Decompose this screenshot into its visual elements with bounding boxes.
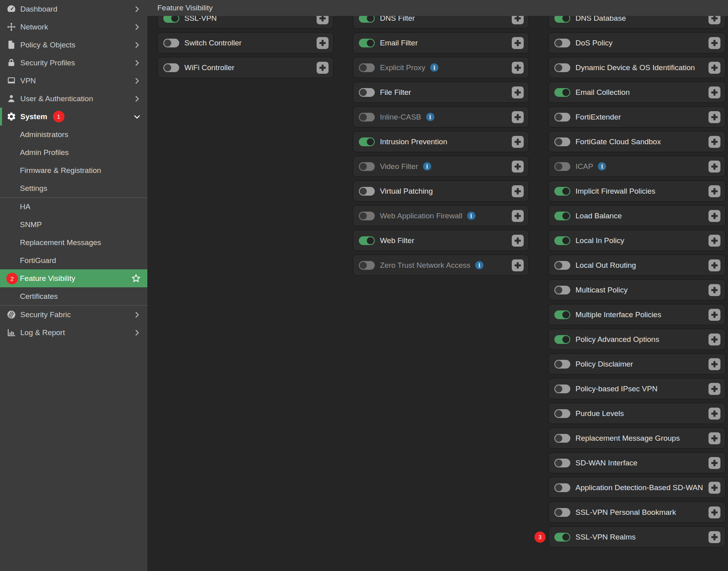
chevron-right-icon — [133, 23, 141, 31]
add-button-web-filter[interactable] — [512, 235, 524, 247]
add-button-policy-disclaimer[interactable] — [708, 358, 720, 370]
toggle-email-collection[interactable] — [554, 88, 570, 97]
sidebar-item-ha[interactable]: HA — [0, 198, 147, 216]
toggle-purdue-levels[interactable] — [554, 409, 570, 418]
sidebar-item-network[interactable]: Network — [0, 18, 147, 36]
toggle-ssl-vpn-personal-bookmark[interactable] — [554, 508, 570, 517]
add-button-dynamic-device-os-identification[interactable] — [708, 62, 720, 74]
add-button-email-collection[interactable] — [708, 86, 720, 98]
add-button-local-in-policy[interactable] — [708, 235, 720, 247]
toggle-dynamic-device-os-identification[interactable] — [554, 63, 570, 72]
feature-card-fortigate-cloud-sandbox: FortiGate Cloud Sandbox — [548, 131, 726, 152]
toggle-local-in-policy[interactable] — [554, 236, 570, 245]
add-button-multiple-interface-policies[interactable] — [708, 309, 720, 321]
sidebar-item-vpn[interactable]: VPN — [0, 72, 147, 90]
toggle-explicit-proxy[interactable] — [359, 63, 375, 72]
toggle-multicast-policy[interactable] — [554, 286, 570, 294]
toggle-policy-disclaimer[interactable] — [554, 360, 570, 369]
toggle-video-filter[interactable] — [359, 162, 375, 171]
sidebar-item-security-fabric[interactable]: Security Fabric — [0, 306, 147, 324]
add-button-dns-filter[interactable] — [512, 16, 524, 24]
add-button-intrusion-prevention[interactable] — [512, 136, 524, 148]
add-button-ssl-vpn-realms[interactable] — [708, 531, 720, 543]
toggle-implicit-firewall-policies[interactable] — [554, 187, 570, 196]
chevron-right-icon — [133, 41, 141, 49]
toggle-multiple-interface-policies[interactable] — [554, 310, 570, 319]
add-button-virtual-patching[interactable] — [512, 185, 524, 197]
sidebar-item-label: Firmware & Registration — [20, 166, 101, 175]
toggle-policy-advanced-options[interactable] — [554, 335, 570, 344]
sidebar-item-user-authentication[interactable]: User & Authentication — [0, 90, 147, 108]
toggle-web-filter[interactable] — [359, 236, 375, 245]
add-button-policy-advanced-options[interactable] — [708, 334, 720, 345]
add-button-web-application-firewall[interactable] — [512, 210, 524, 222]
add-button-dns-database[interactable] — [708, 16, 720, 24]
add-button-sd-wan-interface[interactable] — [708, 457, 720, 469]
info-icon: i — [430, 63, 438, 72]
add-button-icap[interactable] — [708, 161, 720, 173]
add-button-load-balance[interactable] — [708, 210, 720, 222]
add-button-local-out-routing[interactable] — [708, 259, 720, 271]
add-button-dos-policy[interactable] — [708, 37, 720, 49]
sidebar-item-dashboard[interactable]: Dashboard — [0, 0, 147, 18]
toggle-email-filter[interactable] — [359, 39, 375, 47]
add-button-inline-casb[interactable] — [512, 111, 524, 123]
toggle-application-detection-based-sd-wan[interactable] — [554, 483, 570, 492]
toggle-policy-based-ipsec-vpn[interactable] — [554, 385, 570, 393]
toggle-virtual-patching[interactable] — [359, 187, 375, 196]
sidebar-item-snmp[interactable]: SNMP — [0, 216, 147, 234]
toggle-inline-casb[interactable] — [359, 113, 375, 122]
toggle-dns-database[interactable] — [554, 16, 570, 23]
toggle-local-out-routing[interactable] — [554, 261, 570, 270]
sidebar-item-policy-objects[interactable]: Policy & Objects — [0, 36, 147, 54]
add-button-implicit-firewall-policies[interactable] — [708, 185, 720, 197]
favorite-star-icon[interactable] — [131, 273, 141, 283]
toggle-fortigate-cloud-sandbox[interactable] — [554, 137, 570, 146]
sidebar-item-feature-visibility[interactable]: 2Feature Visibility — [0, 269, 147, 287]
sidebar-item-certificates[interactable]: Certificates — [0, 287, 147, 305]
toggle-switch-controller[interactable] — [163, 39, 179, 47]
feature-card-web-application-firewall: Web Application Firewalli — [353, 205, 529, 226]
sidebar-item-admin-profiles[interactable]: Admin Profiles — [0, 143, 147, 161]
toggle-dos-policy[interactable] — [554, 39, 570, 47]
sidebar-item-settings[interactable]: Settings — [0, 179, 147, 197]
sidebar-item-firmware-registration[interactable]: Firmware & Registration — [0, 161, 147, 179]
sidebar-item-replacement-messages[interactable]: Replacement Messages — [0, 234, 147, 251]
add-button-explicit-proxy[interactable] — [512, 62, 524, 74]
add-button-purdue-levels[interactable] — [708, 408, 720, 420]
sidebar-item-security-profiles[interactable]: Security Profiles — [0, 54, 147, 72]
feature-card-file-filter: File Filter — [353, 82, 529, 103]
toggle-sd-wan-interface[interactable] — [554, 459, 570, 467]
add-button-switch-controller[interactable] — [317, 37, 329, 49]
add-button-multicast-policy[interactable] — [708, 284, 720, 296]
toggle-ssl-vpn[interactable] — [163, 16, 179, 23]
toggle-file-filter[interactable] — [359, 88, 375, 97]
add-button-ssl-vpn-personal-bookmark[interactable] — [708, 506, 720, 518]
add-button-replacement-message-groups[interactable] — [708, 432, 720, 444]
toggle-ssl-vpn-realms[interactable] — [554, 533, 570, 542]
add-button-fortiextender[interactable] — [708, 111, 720, 123]
sidebar-item-administrators[interactable]: Administrators — [0, 126, 147, 143]
toggle-dns-filter[interactable] — [359, 16, 375, 23]
add-button-video-filter[interactable] — [512, 161, 524, 173]
toggle-zero-trust-network-access[interactable] — [359, 261, 375, 270]
toggle-wifi-controller[interactable] — [163, 63, 179, 72]
toggle-fortiextender[interactable] — [554, 113, 570, 122]
sidebar-item-fortiguard[interactable]: FortiGuard — [0, 251, 147, 269]
sidebar-item-log-report[interactable]: Log & Report — [0, 324, 147, 341]
add-button-policy-based-ipsec-vpn[interactable] — [708, 383, 720, 395]
toggle-icap[interactable] — [554, 162, 570, 171]
feature-card-ssl-vpn: SSL-VPN — [157, 16, 334, 29]
add-button-file-filter[interactable] — [512, 86, 524, 98]
toggle-intrusion-prevention[interactable] — [359, 137, 375, 146]
toggle-load-balance[interactable] — [554, 212, 570, 220]
toggle-replacement-message-groups[interactable] — [554, 434, 570, 443]
add-button-fortigate-cloud-sandbox[interactable] — [708, 136, 720, 148]
sidebar-item-system[interactable]: System1 — [0, 108, 147, 126]
toggle-web-application-firewall[interactable] — [359, 212, 375, 220]
add-button-wifi-controller[interactable] — [317, 62, 329, 74]
add-button-application-detection-based-sd-wan[interactable] — [708, 482, 720, 494]
add-button-email-filter[interactable] — [512, 37, 524, 49]
add-button-zero-trust-network-access[interactable] — [512, 259, 524, 271]
add-button-ssl-vpn[interactable] — [317, 16, 329, 24]
